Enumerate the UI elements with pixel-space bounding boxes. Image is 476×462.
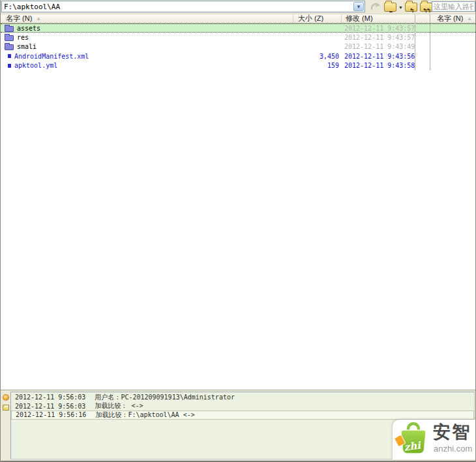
- log-entry[interactable]: 2012-12-11 9:56:03 加载比较： <->: [11, 402, 474, 411]
- pane-divider-line: [430, 23, 430, 70]
- log-timestamp: 2012-12-11 9:56:03: [15, 403, 85, 410]
- file-modified: 2012-12-11 9:43:57: [341, 25, 415, 32]
- header-splitter-gap: [415, 14, 430, 23]
- file-row-assets[interactable]: assets 2012-12-11 9:43:57: [1, 23, 475, 33]
- file-name: smali: [17, 43, 37, 50]
- log-message: 用户名：PC-201209091913\Administrator: [95, 393, 235, 402]
- double-up-arrow-icon: ↰↰: [423, 7, 430, 14]
- log-message: 加载比较： <->: [95, 401, 143, 411]
- file-name: apktool.yml: [14, 62, 57, 69]
- left-header-size[interactable]: 大小 (Z): [293, 14, 341, 23]
- sort-ascending-icon: ▲: [467, 16, 472, 22]
- log-panel: 2012-12-11 9:56:03 用户名：PC-201209091913\A…: [1, 390, 475, 462]
- file-modified: 2012-12-11 9:43:58: [341, 62, 415, 69]
- file-name: AndroidManifest.xml: [14, 53, 89, 60]
- chevron-down-icon: ▼: [356, 4, 361, 10]
- ellipsis-icon: ...: [389, 7, 391, 14]
- save-log-icon: [3, 405, 9, 411]
- up-arrow-icon: ↰: [409, 7, 413, 14]
- file-name: assets: [17, 25, 40, 32]
- file-row-androidmanifest[interactable]: AndroidManifest.xml 3,450 2012-12-11 9:4…: [1, 51, 475, 61]
- address-value: F:\apktool\AA: [4, 3, 60, 11]
- address-combobox[interactable]: F:\apktool\AA ▼: [1, 1, 365, 12]
- folder-icon: [5, 44, 14, 50]
- log-entry[interactable]: 2012-12-11 9:56:03 用户名：PC-201209091913\A…: [11, 393, 474, 402]
- log-message: 加载比较：F:\apktool\AA <->: [95, 411, 194, 420]
- logo-title: 安智: [433, 422, 471, 442]
- left-header-modified[interactable]: 修改 (M): [341, 14, 415, 23]
- up-two-levels-button[interactable]: ↰↰: [420, 3, 432, 12]
- file-icon: [8, 64, 11, 68]
- anzhi-logo[interactable]: zhi 安智 anzhi.com: [393, 420, 475, 459]
- toolbar: F:\apktool\AA ▼ ... ▼ ↰ ↰↰: [1, 0, 475, 14]
- shopping-bag-icon: zhi: [395, 422, 432, 460]
- right-header-name[interactable]: 名字 (N)▲: [430, 14, 475, 23]
- left-header-name[interactable]: 名字 (N)▲: [1, 14, 293, 23]
- file-size: 3,450: [293, 53, 341, 60]
- file-name: res: [17, 34, 29, 41]
- curved-arrow-icon: [370, 1, 381, 12]
- file-compare-window: F:\apktool\AA ▼ ... ▼ ↰ ↰↰ 名字 (N)▲ 大小 (Z…: [0, 0, 476, 462]
- address-dropdown-button[interactable]: ▼: [353, 2, 364, 11]
- logo-subtitle: anzhi.com: [434, 444, 472, 454]
- file-row-smali[interactable]: smali 2012-12-11 9:43:49: [1, 42, 475, 51]
- sort-ascending-icon: ▲: [36, 16, 41, 22]
- browse-folder-button[interactable]: ...: [384, 3, 396, 12]
- file-size: 159: [293, 62, 341, 69]
- path-input[interactable]: [432, 1, 475, 12]
- file-modified: 2012-12-11 9:43:49: [341, 43, 415, 50]
- pane-splitter[interactable]: [415, 23, 430, 70]
- file-list: assets 2012-12-11 9:43:57 res 2012-12-11…: [1, 23, 475, 70]
- file-icon: [8, 54, 11, 58]
- swap-compare-icon[interactable]: [370, 1, 381, 12]
- session-gear-icon: [3, 394, 9, 401]
- log-entry[interactable]: 2012-12-11 9:56:16 加载比较：F:\apktool\AA <-…: [11, 411, 474, 420]
- file-modified: 2012-12-11 9:43:56: [341, 53, 415, 60]
- folder-icon: [5, 26, 14, 32]
- log-timestamp: 2012-12-11 9:56:16: [16, 411, 86, 418]
- up-one-level-button[interactable]: ↰: [405, 3, 417, 12]
- file-row-res[interactable]: res 2012-12-11 9:43:57: [1, 33, 475, 42]
- browse-dropdown-icon[interactable]: ▼: [398, 5, 403, 10]
- file-row-apktool-yml[interactable]: apktool.yml 159 2012-12-11 9:43:58: [1, 61, 475, 70]
- log-timestamp: 2012-12-11 9:56:03: [15, 394, 85, 401]
- folder-icon: [5, 35, 14, 41]
- column-header-row: 名字 (N)▲ 大小 (Z) 修改 (M) 名字 (N)▲: [1, 14, 475, 23]
- bag-text: zhi: [404, 439, 423, 454]
- file-modified: 2012-12-11 9:43:57: [341, 34, 415, 41]
